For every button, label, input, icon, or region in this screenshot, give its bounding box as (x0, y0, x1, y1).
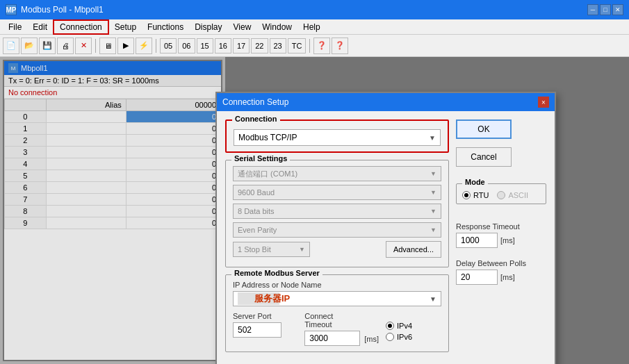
fn22-btn[interactable]: 22 (251, 38, 268, 53)
connect-timeout-label: Connect Timeout (304, 312, 360, 329)
title-bar: MP Modbus Poll - Mbpoll1 ─ □ ✕ (0, 0, 629, 19)
fn06-btn[interactable]: 06 (178, 38, 195, 53)
menu-connection[interactable]: Connection (53, 19, 109, 35)
print-btn[interactable]: 🖨 (57, 38, 74, 54)
maximize-btn[interactable]: □ (600, 4, 611, 15)
baud-arrow: ▼ (430, 189, 436, 196)
connect-timeout-group: Connect Timeout 3000 [ms] (304, 312, 379, 346)
delay-polls-row: 20 [ms] (456, 270, 546, 285)
save-btn[interactable]: 💾 (39, 38, 56, 54)
response-timeout-row: 1000 [ms] (456, 233, 546, 248)
ipv4-radio[interactable] (386, 322, 394, 330)
port-select[interactable]: 通信端口 (COM1) ▼ (233, 166, 441, 181)
sep3 (309, 39, 310, 53)
ip-address-row: IP Address or Node Name 服务器IP ▼ (233, 281, 441, 306)
advanced-btn[interactable]: Advanced... (386, 241, 441, 258)
main-area: M Mbpoll1 Tx = 0: Err = 0: ID = 1: F = 0… (0, 57, 629, 364)
parity-select[interactable]: Even Parity ▼ (233, 222, 441, 238)
parity-arrow: ▼ (430, 226, 436, 233)
menu-setup[interactable]: Setup (109, 19, 142, 35)
port-row: 通信端口 (COM1) ▼ (233, 166, 441, 181)
connection-group-title: Connection (232, 115, 280, 123)
ok-button[interactable]: OK (456, 119, 512, 139)
dialog-right-section: OK Cancel Mode RTU ASCII (456, 119, 546, 359)
stopbit-arrow: ▼ (299, 246, 305, 253)
menu-window[interactable]: Window (256, 19, 297, 35)
server-port-input[interactable]: 502 (233, 322, 281, 338)
minimize-btn[interactable]: ─ (587, 4, 598, 15)
databits-value: 8 Data bits (238, 207, 275, 215)
about-btn[interactable]: ❓ (332, 38, 348, 54)
close-btn[interactable]: ✕ (612, 4, 623, 15)
ascii-label: ASCII (508, 191, 528, 199)
sep2 (156, 39, 156, 53)
fn05-btn[interactable]: 05 (160, 38, 177, 53)
app-title: Modbus Poll - Mbpoll1 (21, 5, 587, 15)
menu-bar: File Edit Connection Setup Functions Dis… (0, 19, 629, 35)
dialog-body: Connection Modbus TCP/IP ▼ Serial Settin… (217, 111, 555, 364)
menu-display[interactable]: Display (189, 19, 227, 35)
fn15-btn[interactable]: 15 (197, 38, 213, 53)
dialog-title: Connection Setup (222, 97, 538, 107)
read-btn[interactable]: ▶ (117, 38, 134, 54)
menu-edit[interactable]: Edit (27, 19, 53, 35)
mode-radio-group: RTU ASCII (462, 191, 540, 199)
connection-dropdown-value: Modbus TCP/IP (238, 133, 297, 142)
new-btn[interactable]: 📄 (3, 38, 19, 54)
stop-btn[interactable]: ✕ (75, 38, 92, 54)
fn23-btn[interactable]: 23 (270, 38, 286, 53)
stopbit-value: 1 Stop Bit (238, 245, 271, 254)
ipv6-label: IPv6 (397, 333, 412, 341)
rtu-option[interactable]: RTU (462, 191, 489, 199)
stopbit-select[interactable]: 1 Stop Bit ▼ (233, 242, 310, 257)
ip-overlay-text: 服务器IP (254, 292, 290, 305)
parity-value: Even Parity (238, 226, 277, 234)
write-btn[interactable]: ⚡ (136, 38, 152, 54)
dialog-close-btn[interactable]: × (538, 97, 549, 108)
toolbar: 📄 📂 💾 🖨 ✕ 🖥 ▶ ⚡ 05 06 15 16 17 22 23 TC … (0, 35, 629, 57)
connection-dropdown[interactable]: Modbus TCP/IP ▼ (234, 129, 441, 146)
ipv6-option[interactable]: IPv6 (386, 333, 441, 341)
remote-server-group: Remote Modbus Server IP Address or Node … (225, 274, 449, 352)
baud-value: 9600 Baud (238, 188, 275, 197)
baud-row: 9600 Baud ▼ (233, 185, 441, 200)
ip-input[interactable]: 服务器IP ▼ (233, 291, 441, 306)
ipv4-label: IPv4 (397, 322, 412, 330)
response-timeout-input[interactable]: 1000 (456, 233, 498, 248)
parity-row: Even Parity ▼ (233, 222, 441, 238)
delay-polls-input[interactable]: 20 (456, 270, 498, 285)
menu-functions[interactable]: Functions (142, 19, 189, 35)
open-btn[interactable]: 📂 (21, 38, 38, 54)
remote-server-title: Remote Modbus Server (231, 269, 322, 277)
delay-polls-section: Delay Between Polls 20 [ms] (456, 259, 546, 285)
tc-btn[interactable]: TC (288, 38, 307, 53)
fn16-btn[interactable]: 16 (215, 38, 231, 53)
fn17-btn[interactable]: 17 (233, 38, 250, 53)
rtu-radio[interactable] (462, 191, 471, 199)
dialog-left-section: Connection Modbus TCP/IP ▼ Serial Settin… (225, 119, 449, 359)
menu-file[interactable]: File (3, 19, 27, 35)
databits-arrow: ▼ (430, 208, 436, 215)
connection-dropdown-arrow: ▼ (429, 134, 436, 142)
connect-btn[interactable]: 🖥 (99, 38, 116, 54)
delay-polls-unit: [ms] (500, 273, 515, 281)
delay-polls-label: Delay Between Polls (456, 259, 546, 267)
serial-settings-group: Serial Settings 通信端口 (COM1) ▼ 9600 Baud … (225, 160, 449, 267)
ipv4-option[interactable]: IPv4 (386, 322, 441, 330)
rtu-label: RTU (473, 191, 489, 199)
response-timeout-label: Response Timeout (456, 222, 546, 231)
bottom-row: Server Port 502 Connect Timeout 3000 [ms… (233, 312, 441, 346)
menu-help[interactable]: Help (297, 19, 326, 35)
connection-setup-dialog: Connection Setup × Connection Modbus TCP… (215, 92, 556, 364)
ipv6-radio[interactable] (386, 333, 394, 341)
ascii-option[interactable]: ASCII (497, 191, 528, 199)
ascii-radio[interactable] (497, 191, 505, 199)
databits-select[interactable]: 8 Data bits ▼ (233, 204, 441, 219)
cancel-button[interactable]: Cancel (456, 147, 512, 167)
menu-view[interactable]: View (228, 19, 257, 35)
baud-select[interactable]: 9600 Baud ▼ (233, 185, 441, 200)
connect-timeout-input[interactable]: 3000 (304, 331, 360, 346)
help-icon-btn[interactable]: ❓ (313, 38, 330, 54)
timeout-ms-label: [ms] (364, 335, 379, 346)
server-port-label: Server Port (233, 312, 297, 320)
